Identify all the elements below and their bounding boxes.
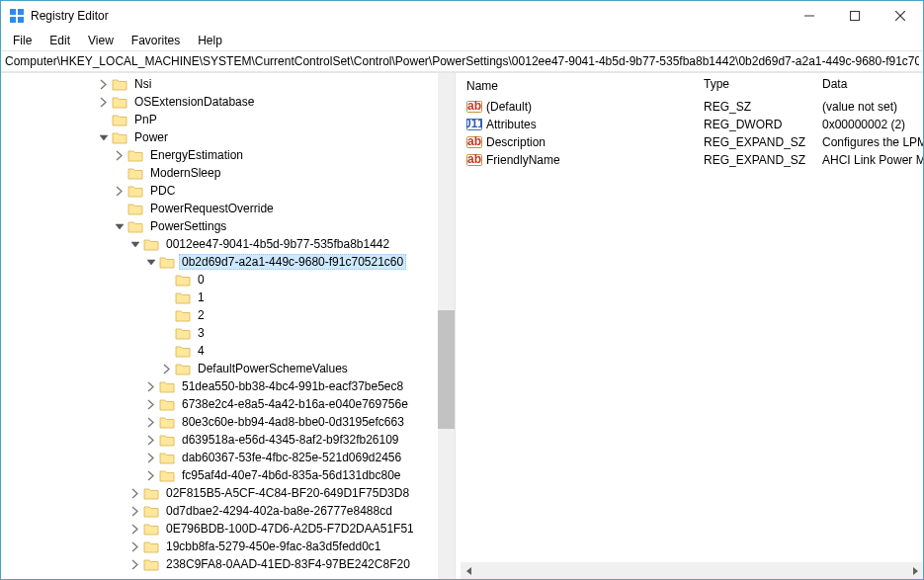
tree-node[interactable]: 1 [1, 289, 455, 306]
chevron-right-icon[interactable] [143, 468, 157, 482]
tree-node[interactable]: dab60367-53fe-4fbc-825e-521d069d2456 [1, 449, 455, 466]
tree-node-label[interactable]: 0012ee47-9041-4b5d-9b77-535fba8b1442 [163, 236, 392, 252]
tree-node[interactable]: EnergyEstimation [1, 146, 455, 164]
chevron-down-icon[interactable] [127, 237, 141, 251]
list-row[interactable]: DescriptionREG_EXPAND_SZConfigures the L… [461, 133, 923, 151]
list-row[interactable]: AttributesREG_DWORD0x00000002 (2) [461, 116, 923, 133]
tree-node-label[interactable]: 1 [195, 290, 208, 305]
tree-node[interactable]: PowerSettings [1, 217, 455, 235]
tree-node[interactable]: 6738e2c4-e8a5-4a42-b16a-e040e769756e [1, 395, 455, 413]
tree-node-label[interactable]: fc95af4d-40e7-4b6d-835a-56d131dbc80e [179, 467, 404, 483]
chevron-right-icon[interactable] [96, 77, 110, 91]
tree-node-label[interactable]: PowerSettings [147, 218, 229, 234]
tree-node-label[interactable]: 3 [195, 325, 208, 341]
tree-node[interactable]: 19cbb8fa-5279-450e-9fac-8a3d5fedd0c1 [1, 538, 455, 555]
tree-node[interactable]: PDC [1, 182, 455, 200]
menu-view[interactable]: View [80, 32, 122, 49]
tree-node-label[interactable]: 4 [195, 343, 208, 359]
chevron-right-icon[interactable] [112, 148, 126, 162]
tree-node[interactable]: 0b2d69d7-a2a1-449c-9680-f91c70521c60 [1, 253, 455, 271]
tree-node-label[interactable]: 238C9FA8-0AAD-41ED-83F4-97BE242C8F20 [163, 556, 413, 572]
column-type[interactable]: Type [698, 73, 816, 98]
tree-node-label[interactable]: 51dea550-bb38-4bc4-991b-eacf37be5ec8 [179, 378, 406, 394]
tree-node-label[interactable]: 0 [195, 272, 208, 288]
tree-node-label[interactable]: dab60367-53fe-4fbc-825e-521d069d2456 [179, 450, 404, 465]
scroll-left-icon[interactable] [461, 562, 477, 579]
column-name[interactable]: Name [461, 73, 698, 98]
tree-node[interactable]: PnP [1, 111, 455, 128]
tree-view[interactable]: NsiOSExtensionDatabasePnPPowerEnergyEsti… [1, 73, 455, 579]
tree-node-label[interactable]: PDC [147, 183, 178, 199]
tree-node-label[interactable]: 6738e2c4-e8a5-4a42-b16a-e040e769756e [179, 396, 411, 412]
chevron-down-icon[interactable] [143, 255, 157, 269]
menu-help[interactable]: Help [190, 32, 230, 49]
tree-node[interactable]: 0d7dbae2-4294-402a-ba8e-26777e8488cd [1, 502, 455, 520]
chevron-right-icon[interactable] [127, 522, 141, 536]
chevron-right-icon[interactable] [159, 362, 173, 375]
tree-node[interactable]: d639518a-e56d-4345-8af2-b9f32fb26109 [1, 431, 455, 449]
tree-node-label[interactable]: 0d7dbae2-4294-402a-ba8e-26777e8488cd [163, 503, 395, 519]
list-row[interactable]: (Default)REG_SZ(value not set) [461, 98, 923, 116]
tree-node[interactable]: OSExtensionDatabase [1, 93, 455, 111]
chevron-right-icon[interactable] [127, 504, 141, 518]
tree-node-label[interactable]: EnergyEstimation [147, 147, 246, 163]
chevron-down-icon[interactable] [96, 130, 110, 144]
chevron-right-icon[interactable] [112, 184, 126, 198]
tree-node-label[interactable]: 0E796BDB-100D-47D6-A2D5-F7D2DAA51F51 [163, 521, 417, 537]
tree-node[interactable]: 238C9FA8-0AAD-41ED-83F4-97BE242C8F20 [1, 555, 455, 573]
tree-node-label[interactable]: PowerRequestOverride [147, 201, 277, 216]
close-button[interactable] [878, 1, 923, 31]
tree-node-label[interactable]: Nsi [131, 76, 154, 92]
tree-node-label[interactable]: ModernSleep [147, 165, 223, 181]
tree-node-label[interactable]: Power [131, 129, 171, 145]
tree-node[interactable]: 2 [1, 306, 455, 324]
menu-edit[interactable]: Edit [42, 32, 78, 49]
scrollbar-thumb[interactable] [438, 310, 455, 429]
tree-node-label[interactable]: OSExtensionDatabase [131, 94, 257, 110]
chevron-right-icon[interactable] [143, 379, 157, 393]
chevron-right-icon[interactable] [143, 397, 157, 411]
address-input[interactable] [1, 51, 923, 71]
tree-node[interactable]: 0 [1, 271, 455, 289]
tree-node[interactable]: 80e3c60e-bb94-4ad8-bbe0-0d3195efc663 [1, 413, 455, 431]
tree-node-label[interactable]: 19cbb8fa-5279-450e-9fac-8a3d5fedd0c1 [163, 539, 384, 554]
chevron-down-icon[interactable] [112, 219, 126, 233]
tree-node-label[interactable]: 02F815B5-A5CF-4C84-BF20-649D1F75D3D8 [163, 485, 412, 501]
tree-node-label[interactable]: 0b2d69d7-a2a1-449c-9680-f91c70521c60 [179, 254, 406, 270]
tree-node[interactable]: PowerRequestOverride [1, 200, 455, 217]
maximize-button[interactable] [832, 1, 878, 31]
chevron-right-icon[interactable] [127, 557, 141, 571]
chevron-right-icon[interactable] [143, 451, 157, 464]
chevron-right-icon[interactable] [143, 415, 157, 429]
list-body[interactable]: (Default)REG_SZ(value not set)Attributes… [461, 98, 923, 562]
scroll-right-icon[interactable] [906, 562, 923, 579]
column-data[interactable]: Data [816, 73, 923, 98]
tree-node[interactable]: 02F815B5-A5CF-4C84-BF20-649D1F75D3D8 [1, 484, 455, 502]
chevron-right-icon[interactable] [96, 95, 110, 109]
tree-node[interactable]: 51dea550-bb38-4bc4-991b-eacf37be5ec8 [1, 377, 455, 395]
chevron-right-icon[interactable] [143, 433, 157, 447]
tree-node[interactable]: Power [1, 128, 455, 146]
tree-scrollbar[interactable] [438, 73, 455, 579]
chevron-right-icon[interactable] [127, 539, 141, 553]
titlebar[interactable]: Registry Editor [1, 1, 923, 31]
tree-node-label[interactable]: PnP [131, 112, 160, 127]
list-row[interactable]: FriendlyNameREG_EXPAND_SZAHCI Link Power… [461, 151, 923, 169]
menu-favorites[interactable]: Favorites [124, 32, 188, 49]
minimize-button[interactable] [787, 1, 832, 31]
tree-node[interactable]: 0E796BDB-100D-47D6-A2D5-F7D2DAA51F51 [1, 520, 455, 538]
menu-file[interactable]: File [5, 32, 40, 49]
tree-node-label[interactable]: 2 [195, 307, 208, 323]
tree-node[interactable]: Nsi [1, 75, 455, 93]
list-hscrollbar[interactable] [461, 562, 923, 579]
tree-node-label[interactable]: DefaultPowerSchemeValues [195, 361, 351, 376]
tree-node[interactable]: 0012ee47-9041-4b5d-9b77-535fba8b1442 [1, 235, 455, 253]
tree-node[interactable]: ModernSleep [1, 164, 455, 182]
chevron-right-icon[interactable] [127, 486, 141, 500]
tree-node-label[interactable]: d639518a-e56d-4345-8af2-b9f32fb26109 [179, 432, 402, 448]
tree-node[interactable]: DefaultPowerSchemeValues [1, 360, 455, 377]
tree-node[interactable]: 4 [1, 342, 455, 360]
tree-node[interactable]: 3 [1, 324, 455, 342]
tree-node-label[interactable]: 80e3c60e-bb94-4ad8-bbe0-0d3195efc663 [179, 414, 407, 430]
tree-node[interactable]: fc95af4d-40e7-4b6d-835a-56d131dbc80e [1, 466, 455, 484]
